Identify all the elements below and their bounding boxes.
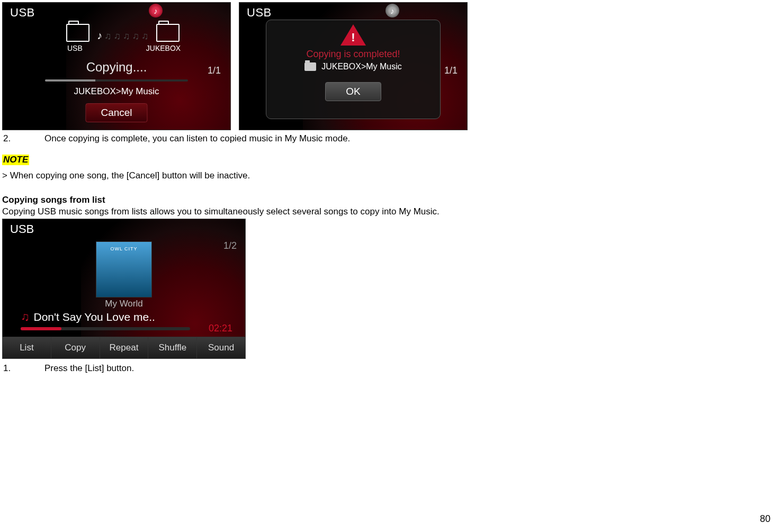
folder-icon (66, 24, 89, 42)
album-name: My World (3, 299, 245, 309)
track-row: ♫ Don't Say You Love me.. (21, 310, 155, 324)
album-art-text: OWL CITY (96, 246, 151, 251)
section-title: Copying songs from list (2, 195, 774, 205)
complete-path: JUKEBOX>My Music (321, 62, 402, 71)
list-button[interactable]: List (3, 337, 51, 358)
album-art: OWL CITY (96, 241, 152, 297)
ok-button[interactable]: OK (325, 82, 381, 101)
sound-button[interactable]: Sound (197, 337, 245, 358)
source-label: USB (67, 44, 83, 52)
copy-progress-bar (45, 79, 188, 82)
step-1: 1. Press the [List] button. (3, 363, 774, 374)
screen-header: USB (10, 6, 35, 20)
music-disc-icon: ♪ (385, 4, 399, 17)
screenshot-complete: USB ♪ 1/1 ! Copying is completed! JUKEBO… (239, 2, 468, 130)
copy-count: 1/1 (208, 65, 221, 76)
elapsed-time: 02:21 (209, 323, 232, 334)
folder-icon (304, 62, 316, 71)
page-number: 80 (760, 513, 770, 525)
step-number: 2. (3, 133, 13, 144)
transfer-labels: USB JUKEBOX (67, 44, 181, 52)
note-text: > When copying one song, the [Cancel] bu… (2, 170, 774, 181)
warning-icon: ! (340, 24, 366, 46)
step-text: Once copying is complete, you can listen… (44, 133, 350, 144)
track-title: Don't Say You Love me.. (34, 311, 155, 323)
step-text: Press the [List] button. (44, 363, 134, 374)
note-label: NOTE (2, 155, 29, 165)
document-body: 2. Once copying is complete, you can lis… (2, 133, 774, 374)
player-button-bar: List Copy Repeat Shuffle Sound (3, 337, 245, 358)
shuffle-button[interactable]: Shuffle (148, 337, 197, 358)
copy-status: Copying.... (3, 60, 230, 75)
transfer-notes-icon: ♪♫♫♫♫♫ (97, 30, 149, 42)
cancel-button[interactable]: Cancel (85, 103, 147, 122)
step-2: 2. Once copying is complete, you can lis… (3, 133, 774, 144)
track-count: 1/2 (223, 240, 237, 251)
transfer-row: ♪♫♫♫♫♫ (66, 24, 180, 42)
dest-label: JUKEBOX (146, 44, 181, 52)
screen-header: USB (10, 222, 34, 236)
repeat-button[interactable]: Repeat (100, 337, 149, 358)
step-number: 1. (3, 363, 13, 374)
seek-bar[interactable] (21, 327, 190, 330)
copy-button[interactable]: Copy (51, 337, 100, 358)
screenshot-player: USB 1/2 OWL CITY My World ♫ Don't Say Yo… (2, 219, 246, 359)
screenshot-row: USB ♪ ♪♫♫♫♫♫ USB JUKEBOX Copying.... 1/1… (2, 2, 774, 130)
folder-icon (156, 24, 180, 42)
complete-dialog: ! Copying is completed! JUKEBOX>My Music… (266, 20, 441, 119)
music-disc-icon: ♪ (149, 4, 163, 17)
music-note-icon: ♫ (21, 310, 30, 324)
screenshot-copying: USB ♪ ♪♫♫♫♫♫ USB JUKEBOX Copying.... 1/1… (2, 2, 231, 130)
section-intro: Copying USB music songs from lists allow… (2, 206, 774, 217)
complete-message: Copying is completed! (306, 49, 400, 60)
screen-header: USB (247, 6, 272, 20)
copy-count: 1/1 (444, 65, 458, 76)
complete-path-row: JUKEBOX>My Music (304, 62, 402, 71)
copy-path: JUKEBOX>My Music (3, 86, 230, 97)
note-block: NOTE (2, 155, 774, 170)
